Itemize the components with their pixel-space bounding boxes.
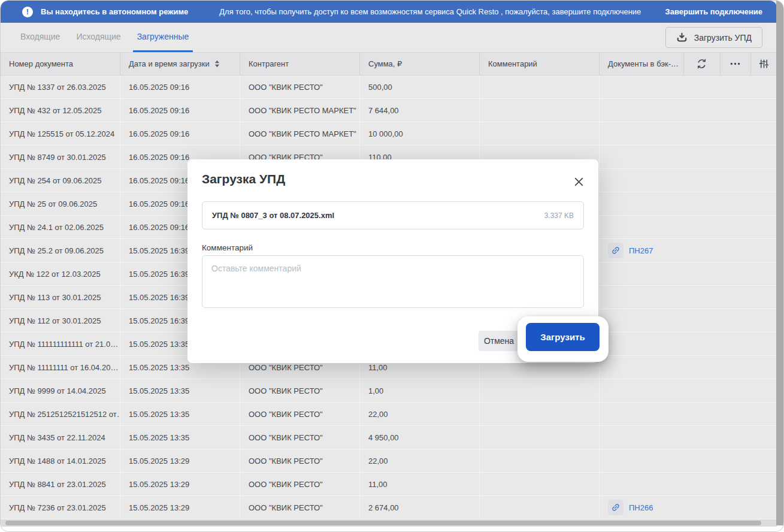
column-header-sum[interactable]: Сумма, ₽ (360, 53, 480, 75)
upload-submit-button[interactable]: Загрузить (526, 323, 600, 351)
backoffice-doc-label: ПН267 (629, 246, 653, 255)
file-name: УПД № 0807_3 от 08.07.2025.xml (212, 211, 334, 220)
alert-icon: ! (22, 7, 33, 17)
cell-comment (480, 473, 600, 495)
upload-upd-modal: Загрузка УПД УПД № 0807_3 от 08.07.2025.… (187, 159, 598, 363)
cell-backoffice-docs (600, 262, 777, 285)
tabbar: Входящие Исходящие Загруженные Загрузить… (1, 23, 777, 52)
column-settings-button[interactable] (751, 53, 777, 75)
tab-incoming[interactable]: Входящие (16, 23, 64, 52)
column-label: Комментарий (488, 59, 537, 68)
column-header-counterparty[interactable]: Контрагент (240, 53, 360, 75)
horizontal-scrollbar[interactable] (1, 519, 777, 527)
column-header-backoffice-docs[interactable]: Документы в бэк-… (600, 53, 684, 75)
cell-number: УПД № 125515 от 05.12.2024 (1, 122, 120, 145)
cell-counterparty: ООО "КВИК РЕСТО" (240, 473, 360, 495)
tab-outgoing[interactable]: Исходящие (72, 23, 125, 52)
column-label: Номер документа (9, 59, 73, 68)
table-header: Номер документа Дата и время загрузки Ко… (1, 52, 777, 75)
cell-date: 15.05.2025 13:29 (120, 473, 240, 495)
cell-date: 15.05.2025 13:35 (120, 379, 240, 402)
column-label: Дата и время загрузки (129, 59, 210, 68)
cell-number: УПД № 113 от 30.01.2025 (1, 286, 120, 309)
comment-label: Комментарий (202, 243, 253, 252)
cell-number: УПД № 111111111111 от 21.0… (1, 332, 120, 355)
file-size: 3.337 KB (544, 211, 574, 220)
backoffice-doc-link[interactable]: ПН267 (608, 243, 653, 258)
modal-title: Загрузка УПД (202, 172, 285, 186)
vertical-scrollbar[interactable] (776, 1, 783, 525)
cell-number: УПД № 3435 от 22.11.2024 (1, 426, 120, 449)
cell-number: УКД № 122 от 12.03.2025 (1, 262, 120, 285)
cell-counterparty: ООО "КВИК РЕСТО" (240, 403, 360, 425)
table-row[interactable]: УПД № 7236 от 23.01.202515.05.2025 13:29… (1, 496, 777, 519)
close-icon[interactable] (573, 176, 585, 188)
table-row[interactable]: УПД № 1488 от 14.01.202515.05.2025 13:29… (1, 449, 777, 473)
finish-connection-link[interactable]: Завершить подключение (665, 7, 762, 16)
tab-uploaded[interactable]: Загруженные (133, 23, 193, 52)
cell-number: УПД № 2512512521512512 от… (1, 403, 120, 425)
cell-sum: 22,00 (360, 449, 480, 472)
cell-sum: 22,00 (360, 403, 480, 425)
cell-date: 16.05.2025 09:16 (120, 99, 240, 122)
cell-date: 15.05.2025 13:35 (120, 403, 240, 425)
cell-number: УПД № 1337 от 26.03.2025 (1, 75, 120, 98)
column-label: Контрагент (249, 59, 289, 68)
table-row[interactable]: УПД № 2512512521512512 от…15.05.2025 13:… (1, 403, 777, 426)
cell-number: УПД № 254 от 09.06.2025 (1, 169, 120, 192)
upload-upd-button[interactable]: Загрузить УПД (665, 27, 762, 48)
cell-backoffice-docs (600, 356, 777, 379)
cell-date: 16.05.2025 09:16 (120, 75, 240, 98)
link-icon (608, 500, 623, 515)
horizontal-scrollbar-thumb[interactable] (5, 521, 761, 525)
table-row[interactable]: УПД № 3435 от 22.11.202415.05.2025 13:35… (1, 426, 777, 449)
upload-upd-label: Загрузить УПД (694, 33, 752, 43)
table-row[interactable]: УПД № 125515 от 05.12.202416.05.2025 09:… (1, 122, 777, 146)
column-label: Сумма, ₽ (368, 59, 402, 68)
attached-file-chip[interactable]: УПД № 0807_3 от 08.07.2025.xml 3.337 KB (202, 201, 584, 229)
cell-backoffice-docs (600, 122, 777, 145)
cell-number: УПД № 112 от 30.01.2025 (1, 309, 120, 332)
cell-backoffice-docs (600, 286, 777, 309)
cell-number: УПД № 1488 от 14.01.2025 (1, 449, 120, 472)
table-row[interactable]: УПД № 8841 от 23.01.202515.05.2025 13:29… (1, 473, 777, 496)
cell-sum: 2 674,00 (360, 496, 480, 519)
cell-comment (480, 379, 600, 402)
more-dots-icon (729, 58, 741, 70)
cell-backoffice-docs (600, 216, 777, 238)
cell-sum: 7 644,00 (360, 99, 480, 122)
column-header-date[interactable]: Дата и время загрузки (120, 53, 240, 75)
cell-comment (480, 122, 600, 145)
cell-counterparty: ООО "КВИК РЕСТО" (240, 75, 360, 98)
banner-message: Для того, чтобы получить доступ ко всем … (219, 7, 641, 16)
cell-number: УПД № 25 от 09.06.2025 (1, 192, 120, 215)
table-row[interactable]: УПД № 1337 от 26.03.202516.05.2025 09:16… (1, 75, 777, 99)
backoffice-doc-link[interactable]: ПН266 (608, 500, 653, 515)
link-icon (608, 243, 623, 258)
cell-comment (480, 496, 600, 519)
cell-sum: 4 950,00 (360, 426, 480, 449)
cell-counterparty: ООО "КВИК РЕСТО" (240, 426, 360, 449)
cell-comment (480, 426, 600, 449)
cell-number: УПД № 7236 от 23.01.2025 (1, 496, 120, 519)
cell-date: 15.05.2025 13:29 (120, 449, 240, 472)
more-actions-button[interactable] (721, 53, 752, 75)
sort-icon[interactable] (214, 60, 220, 68)
cell-number: УПД № 8749 от 30.01.2025 (1, 146, 120, 168)
banner-status: Вы находитесь в автономном режиме (41, 7, 188, 16)
cell-backoffice-docs (600, 332, 777, 355)
cell-counterparty: ООО "КВИК РЕСТО МАРКЕТ" (240, 122, 360, 145)
cancel-button[interactable]: Отмена (479, 331, 519, 351)
comment-input[interactable] (202, 255, 584, 308)
filter-sliders-icon (758, 58, 770, 69)
column-header-number[interactable]: Номер документа (1, 53, 120, 75)
cell-backoffice-docs (600, 449, 777, 472)
cell-backoffice-docs (600, 426, 777, 449)
column-header-comment[interactable]: Комментарий (480, 53, 600, 75)
cell-backoffice-docs (600, 169, 777, 192)
refresh-button[interactable] (684, 53, 721, 75)
table-row[interactable]: УПД № 9999 от 14.04.202515.05.2025 13:35… (1, 379, 777, 403)
cell-counterparty: ООО "КВИК РЕСТО" (240, 496, 360, 519)
cell-counterparty: ООО "КВИК РЕСТО МАРКЕТ" (240, 99, 360, 122)
table-row[interactable]: УПД № 432 от 12.05.202516.05.2025 09:16О… (1, 99, 777, 122)
